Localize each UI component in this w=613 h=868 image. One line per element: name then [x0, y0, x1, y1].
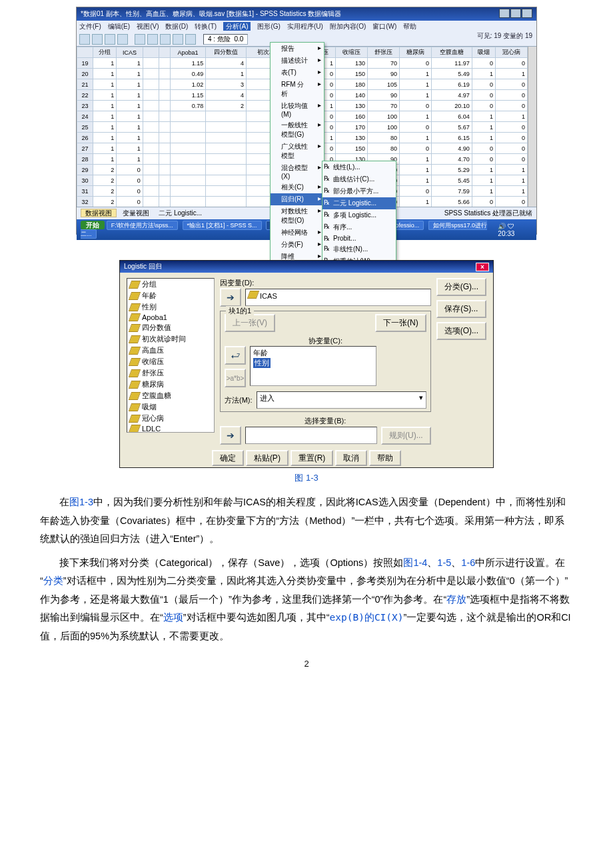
menubar[interactable]: 文件(F)编辑(E)视图(V)数据(D)转换(T)分析(A)图形(G)实用程序(…: [77, 21, 536, 33]
figure-caption-1-3: 图 1-3: [40, 472, 573, 484]
method-select[interactable]: 进入▾: [257, 391, 426, 409]
next-block-button[interactable]: 下一张(N): [375, 314, 426, 332]
options-button[interactable]: 选项(O)...: [436, 322, 486, 340]
paragraph-2: 接下来我们将对分类（Categorical），保存（Save），选项（Optio…: [40, 554, 573, 646]
cancel-button[interactable]: 取消: [335, 450, 367, 466]
visible-count: 可见: 19 变量的 19: [477, 31, 532, 41]
covariates-field[interactable]: 年龄 性别: [250, 346, 376, 386]
ok-button[interactable]: 确定: [212, 450, 244, 466]
tab-data-view[interactable]: 数据视图: [81, 209, 117, 217]
categorical-button[interactable]: 分类(G)...: [436, 278, 486, 296]
dependent-label: 因变量(D):: [220, 278, 431, 288]
interaction-button[interactable]: >a*b>: [225, 369, 246, 387]
covariates-label: 协变量(C):: [225, 336, 426, 346]
vertical-scrollbar[interactable]: [528, 47, 536, 207]
chevron-down-icon: ▾: [419, 393, 423, 407]
paragraph-1: 在图1-3中，因为我们要分析性别和年龄与ICAS的相关程度，因此将ICAS选入因…: [40, 493, 573, 549]
prev-block-button[interactable]: 上一张(V): [225, 314, 275, 332]
close-icon[interactable]: ×: [476, 263, 489, 271]
dialog-title: Logistic 回归: [124, 262, 162, 271]
paste-button[interactable]: 粘贴(P): [246, 450, 289, 466]
window-title: *数据01 副本、性别、高血压、糖尿病、吸烟.sav [数据集1] - SPSS…: [81, 9, 341, 19]
clock: 20:33: [498, 230, 514, 237]
window-controls[interactable]: [498, 9, 532, 19]
variable-list[interactable]: 分组年龄性别Apoba1四分数值初次就诊时间高血压收缩压舒张压糖尿病空腹血糖吸烟…: [127, 278, 215, 433]
move-select-button[interactable]: ➔: [220, 426, 241, 445]
block-label: 块1的1: [226, 306, 254, 316]
cell-address[interactable]: 4 : 危险 0.0: [203, 34, 248, 45]
logistic-regression-dialog: Logistic 回归 × 分组年龄性别Apoba1四分数值初次就诊时间高血压收…: [119, 260, 494, 468]
save-button[interactable]: 保存(S)...: [436, 300, 486, 318]
move-dependent-button[interactable]: ➔: [220, 288, 241, 307]
page-number: 2: [40, 659, 573, 669]
dependent-field[interactable]: ICAS: [245, 289, 431, 306]
status-processor: SPSS Statistics 处理器已就绪: [444, 209, 532, 218]
spss-data-editor-screenshot: *数据01 副本、性别、高血压、糖尿病、吸烟.sav [数据集1] - SPSS…: [76, 7, 537, 235]
move-covariate-button[interactable]: ⮐: [225, 346, 246, 365]
reset-button[interactable]: 重置(R): [291, 450, 334, 466]
select-var-field[interactable]: [245, 427, 377, 444]
system-tray[interactable]: 🔊 🛡 20:33: [498, 223, 532, 237]
window-titlebar: *数据01 副本、性别、高血压、糖尿病、吸烟.sav [数据集1] - SPSS…: [77, 7, 536, 21]
select-var-label: 选择变量(B):: [220, 416, 431, 426]
help-button[interactable]: 帮助: [369, 450, 401, 466]
method-label: 方法(M):: [225, 395, 253, 405]
tab-variable-view[interactable]: 变量视图: [119, 209, 153, 217]
start-button[interactable]: 开始: [81, 221, 105, 229]
status-breadcrumb: 二元 Logistic...: [159, 209, 202, 217]
rule-button[interactable]: 规则(U)...: [381, 427, 431, 445]
